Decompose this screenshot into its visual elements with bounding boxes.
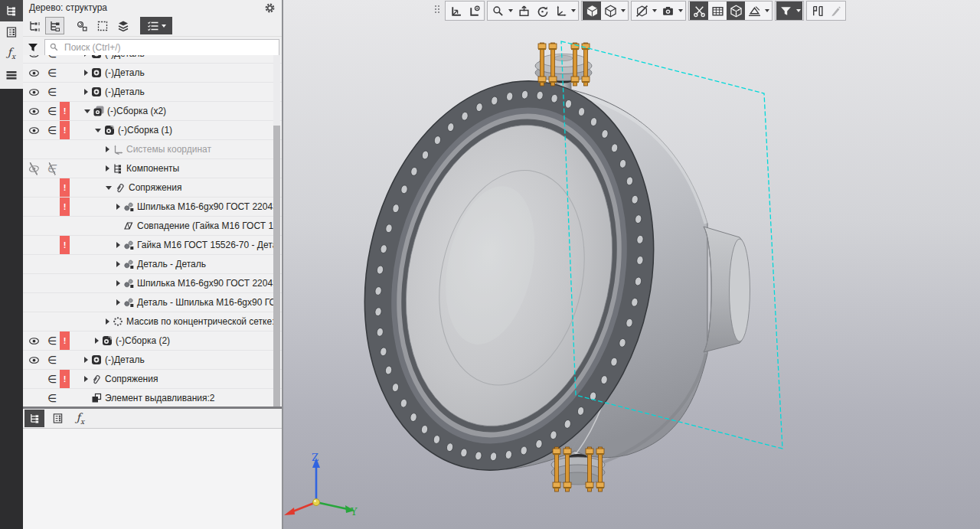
tree-scrollbar[interactable] xyxy=(273,55,280,407)
expander-open-icon[interactable] xyxy=(95,129,101,132)
expander-closed-icon[interactable] xyxy=(116,204,120,210)
coordsys-icon xyxy=(113,144,123,155)
search-icon xyxy=(49,42,59,52)
search-input[interactable] xyxy=(63,41,275,54)
expander-closed-icon[interactable] xyxy=(84,357,88,363)
tree-row-content: Компоненты xyxy=(23,159,274,178)
section-display-button-dropdown[interactable] xyxy=(763,2,771,20)
normal-to-button[interactable] xyxy=(446,2,465,20)
gears-icon xyxy=(123,240,134,250)
tree-row[interactable]: ∈!Сопряжения xyxy=(23,370,282,389)
search-icon xyxy=(492,5,505,18)
tab-properties[interactable] xyxy=(47,410,67,427)
tree-row[interactable]: !Сопряжения xyxy=(23,178,282,198)
expander-closed-icon[interactable] xyxy=(84,376,88,382)
search-box xyxy=(44,39,279,56)
dimensions-button[interactable] xyxy=(808,2,826,20)
tree-structure-button[interactable] xyxy=(45,17,64,34)
sketch-button[interactable] xyxy=(826,2,844,20)
layers-button[interactable] xyxy=(113,17,132,34)
outlet-neck[interactable] xyxy=(704,227,750,352)
tree-row[interactable]: ∈(-)Деталь xyxy=(23,83,282,102)
zoom-button-dropdown[interactable] xyxy=(507,2,514,20)
tree-row-content: (-)Деталь xyxy=(23,55,274,63)
tree-row[interactable]: Совпадение (Гайка М16 ГОСТ 15526- xyxy=(23,217,282,236)
tree-row[interactable]: ∈!(-)Сборка (x2) xyxy=(23,102,282,121)
tree-panel-tab[interactable] xyxy=(0,0,23,21)
hidden-lines-button[interactable] xyxy=(632,2,651,20)
image-quality-button[interactable] xyxy=(658,2,677,20)
tree-row[interactable]: ∈(-)Деталь xyxy=(23,351,282,370)
zoom-button[interactable] xyxy=(488,2,507,20)
expander-closed-icon[interactable] xyxy=(116,242,120,248)
tree-row[interactable]: !Шпилька М16-6gx90 ГОСТ 22043-76 xyxy=(23,198,282,217)
section-display-button[interactable] xyxy=(745,2,763,20)
image-quality-button-dropdown[interactable] xyxy=(677,2,684,20)
tree-row[interactable]: Шпилька М16-6gx90 ГОСТ 22043-76 xyxy=(23,274,282,293)
clip-model-button[interactable] xyxy=(690,2,708,20)
compfilter-icon xyxy=(76,20,88,32)
component-relations-button[interactable] xyxy=(72,17,91,34)
tree-row[interactable]: !Гайка М16 ГОСТ 15526-70 - Деталь xyxy=(23,236,282,255)
expander-closed-icon[interactable] xyxy=(116,299,120,305)
expander-closed-icon[interactable] xyxy=(106,146,109,152)
3d-viewport[interactable]: Z Y xyxy=(283,0,980,529)
display-mode-button[interactable] xyxy=(601,2,619,20)
tree-row-content: (-)Деталь xyxy=(23,351,274,369)
tree-row[interactable]: ∈Компоненты xyxy=(23,159,282,178)
tab-tree[interactable] xyxy=(24,410,44,427)
tree-by-numbers-button[interactable] xyxy=(24,17,44,34)
tree-row[interactable]: ∈!(-)Сборка (2) xyxy=(23,331,282,351)
tree-row[interactable]: Массив по концентрической сетке:1 xyxy=(23,312,282,331)
expander-closed-icon[interactable] xyxy=(116,261,120,267)
tree-scrollbar-thumb[interactable] xyxy=(273,126,280,407)
placement-button[interactable] xyxy=(465,2,483,20)
tab-fx[interactable]: ƒx xyxy=(70,410,90,427)
display-mode-button-dropdown[interactable] xyxy=(619,2,627,20)
expander-closed-icon[interactable] xyxy=(84,55,88,57)
expander-closed-icon[interactable] xyxy=(95,338,99,344)
panel-settings-gear-icon[interactable] xyxy=(264,2,276,14)
tree-row[interactable]: ∈(-)Деталь xyxy=(23,64,282,83)
tree-row[interactable]: Деталь - Шпилька М16-6gx90 ГОСТ 2 xyxy=(23,293,282,312)
shaded-display-button[interactable] xyxy=(583,2,601,20)
tree-row[interactable]: Системы координат xyxy=(23,140,282,159)
clip-view-button[interactable] xyxy=(708,2,727,20)
expander-closed-icon[interactable] xyxy=(84,70,88,76)
orientation-button-dropdown[interactable] xyxy=(570,2,577,20)
expander-closed-icon[interactable] xyxy=(116,280,120,286)
axis-z-label: Z xyxy=(312,452,318,463)
fx-variables-tab[interactable]: ƒx xyxy=(0,43,23,64)
top-nozzle[interactable] xyxy=(535,43,592,86)
expander-closed-icon[interactable] xyxy=(106,165,109,171)
panel-bottom-tabs: ƒx xyxy=(23,409,282,429)
show-all-button[interactable] xyxy=(514,2,533,20)
select-region-button[interactable] xyxy=(93,17,112,34)
tree-item-label: Массив по концентрической сетке:1 xyxy=(126,316,274,327)
filter-objects-button-dropdown[interactable] xyxy=(795,2,802,20)
rotate-button[interactable] xyxy=(533,2,551,20)
expander-open-icon[interactable] xyxy=(106,186,112,190)
properties-panel-tab[interactable] xyxy=(0,21,23,43)
hidden-lines-button-dropdown[interactable] xyxy=(651,2,658,20)
corner2-icon xyxy=(468,5,481,18)
expander-closed-icon[interactable] xyxy=(106,318,109,325)
expander-open-icon[interactable] xyxy=(84,109,90,113)
filter-objects-button[interactable] xyxy=(776,2,795,20)
orientation-button[interactable] xyxy=(551,2,570,20)
tree-row-content: Массив по концентрической сетке:1 xyxy=(23,312,274,331)
checklist-icon xyxy=(147,20,159,32)
expander-closed-icon[interactable] xyxy=(84,89,88,95)
textures-button[interactable] xyxy=(727,2,745,20)
display-options-button[interactable] xyxy=(140,17,172,34)
tree-row[interactable]: ∈!(-)Сборка (1) xyxy=(23,121,282,140)
tree-row[interactable]: ∈Элемент выдавливания:2 xyxy=(23,389,282,407)
tree-row[interactable]: ∈(-)Деталь xyxy=(23,55,282,64)
tree-row[interactable]: Деталь - Деталь xyxy=(23,255,282,274)
search-row xyxy=(23,37,282,57)
toolbar-drag-handle[interactable] xyxy=(433,2,443,19)
3d-model-scene[interactable]: Z Y xyxy=(283,0,980,529)
array-icon xyxy=(113,316,123,327)
menu-toggle[interactable] xyxy=(0,64,23,86)
tree-filter-button[interactable] xyxy=(24,39,42,56)
